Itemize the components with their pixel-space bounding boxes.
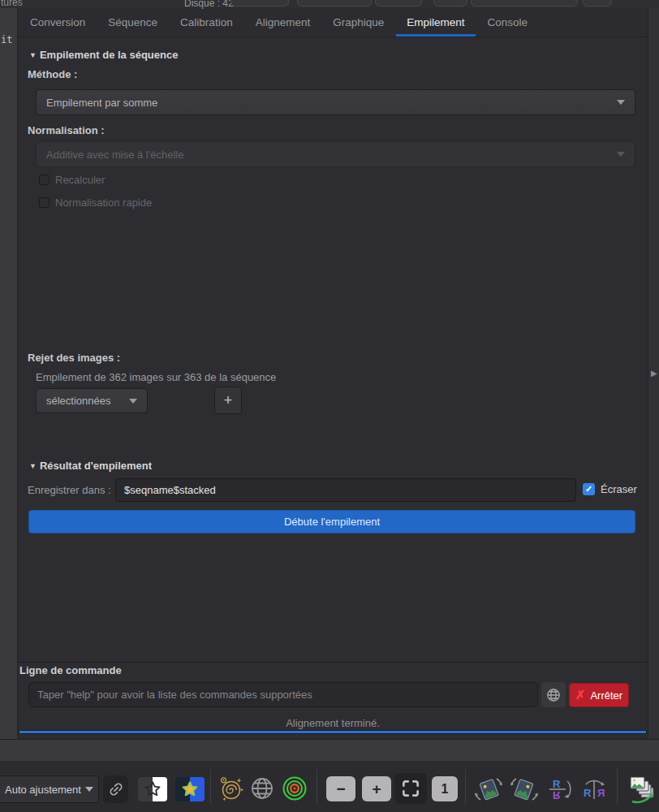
zoom-in-button[interactable]: + <box>362 776 391 801</box>
chevron-down-icon <box>617 100 625 105</box>
cut-directory-label: tures <box>1 0 23 8</box>
photometry-button[interactable] <box>280 774 309 803</box>
result-section-expander[interactable]: ▼ Résultat d'empilement <box>29 460 152 472</box>
toolbar-separator <box>465 769 466 805</box>
checkbox-checked-icon: ✓ <box>583 483 595 495</box>
plus-icon: + <box>372 780 381 798</box>
display-mode-value: Auto ajustement <box>0 784 85 796</box>
command-help-web-button[interactable] <box>541 682 566 707</box>
stacking-section-title: Empilement de la séquence <box>40 49 179 61</box>
command-input[interactable] <box>28 682 538 707</box>
command-line-title: Ligne de commande <box>19 664 122 676</box>
display-mode-combobox[interactable]: Auto ajustement <box>0 775 99 803</box>
rotate-cw-icon <box>509 775 540 804</box>
mirror-vertical-icon: R R <box>545 775 575 803</box>
tab-graphique[interactable]: Graphique <box>322 8 394 37</box>
recalculate-label: Recalculer <box>55 174 105 186</box>
method-label: Méthode : <box>28 68 77 80</box>
svg-text:R: R <box>553 778 561 790</box>
negative-star-icon <box>138 777 167 801</box>
globe-icon <box>545 687 562 703</box>
stop-x-icon: ✗ <box>575 688 586 702</box>
method-combobox[interactable]: Empilement par somme <box>36 89 635 115</box>
mirror-horizontal-icon: R Я <box>579 775 609 803</box>
expander-triangle-icon: ▼ <box>29 51 37 59</box>
overwrite-checkbox[interactable]: ✓ Écraser <box>583 483 637 495</box>
tab-sequence[interactable]: Séquence <box>97 8 168 37</box>
svg-text:R: R <box>584 787 592 799</box>
start-stacking-button[interactable]: Débute l'empilement <box>28 510 635 533</box>
rotate-right-button[interactable] <box>508 774 541 805</box>
siril-window: tures Disque : 421.1 Gio it ▶ Conversion… <box>0 0 659 812</box>
method-value: Empilement par somme <box>37 97 617 109</box>
one-to-one-icon: 1 <box>441 782 449 797</box>
stop-label: Arrêter <box>590 689 622 702</box>
fit-view-icon <box>400 778 421 799</box>
normalisation-combobox[interactable]: Additive avec mise à l'échelle <box>36 141 635 167</box>
svg-text:R: R <box>553 789 561 801</box>
globe-wireframe-icon <box>248 775 276 802</box>
tab-empilement[interactable]: Empilement <box>396 8 475 37</box>
plus-icon: + <box>224 392 233 409</box>
minus-icon: − <box>336 780 345 798</box>
stacking-section-expander[interactable]: ▼ Empilement de la séquence <box>29 49 178 61</box>
tab-alignement[interactable]: Alignement <box>245 8 321 37</box>
add-rejection-button[interactable]: + <box>214 387 242 414</box>
save-as-label: Enregistrer dans : <box>28 484 111 496</box>
rejection-info: Empilement de 362 images sur 363 de la s… <box>36 371 276 383</box>
status-text: Alignement terminé. <box>18 717 648 729</box>
tab-console[interactable]: Console <box>477 8 539 37</box>
false-color-view-button[interactable] <box>175 777 205 801</box>
svg-text:Я: Я <box>597 787 605 799</box>
image-selection-value: sélectionnées <box>37 395 129 407</box>
tab-calibration[interactable]: Calibration <box>170 8 243 37</box>
annotations-button[interactable] <box>248 774 277 803</box>
overwrite-label: Écraser <box>601 483 637 495</box>
photometry-target-icon <box>280 774 309 803</box>
flip-vertical-button[interactable]: R R <box>544 774 576 805</box>
bottom-band <box>0 739 659 761</box>
cut-button[interactable] <box>471 0 578 6</box>
sequence-list-button[interactable] <box>623 772 657 806</box>
stop-button[interactable]: ✗ Arrêter <box>569 683 629 707</box>
zoom-one-button[interactable]: 1 <box>432 776 458 801</box>
top-strip: tures Disque : 421.1 Gio <box>0 0 659 8</box>
right-panel-edge: ▶ <box>648 8 659 739</box>
link-channels-button[interactable] <box>103 775 128 803</box>
toolbar-separator <box>617 769 618 805</box>
recalculate-checkbox[interactable]: Recalculer <box>39 174 105 186</box>
cut-button[interactable] <box>297 0 372 6</box>
flip-horizontal-button[interactable]: R Я <box>578 774 610 805</box>
negative-view-button[interactable] <box>138 777 167 801</box>
rotate-left-button[interactable] <box>472 774 505 805</box>
zoom-out-button[interactable]: − <box>326 776 355 801</box>
cut-button[interactable] <box>583 0 612 6</box>
cut-button[interactable] <box>433 0 467 6</box>
zoom-fit-button[interactable] <box>394 773 427 804</box>
image-selection-combobox[interactable]: sélectionnées <box>36 388 148 413</box>
bottom-toolbar: Auto ajustement <box>0 761 659 812</box>
left-console-edge: it <box>0 8 18 739</box>
divider <box>18 662 648 663</box>
galaxy-astrometry-icon <box>217 775 244 802</box>
toolbar-separator <box>210 769 211 805</box>
link-icon <box>104 778 127 801</box>
chevron-down-icon <box>85 787 93 792</box>
expander-triangle-icon: ▼ <box>29 462 37 470</box>
astrometry-button[interactable] <box>216 774 245 803</box>
tab-conversion[interactable]: Conversion <box>19 8 96 37</box>
cut-button[interactable] <box>375 0 422 6</box>
cut-button[interactable] <box>230 0 289 6</box>
progress-fill <box>19 731 646 733</box>
rotate-ccw-icon <box>473 775 504 804</box>
fast-normalisation-label: Normalisation rapide <box>55 197 152 209</box>
console-text-fragment: it <box>1 34 12 45</box>
start-stacking-label: Débute l'empilement <box>284 516 380 528</box>
panel-reveal-arrow-icon[interactable]: ▶ <box>651 369 657 378</box>
output-filename-input[interactable] <box>115 478 576 502</box>
toolbar-separator <box>317 769 317 805</box>
fast-normalisation-checkbox[interactable]: Normalisation rapide <box>39 197 152 209</box>
result-section-title: Résultat d'empilement <box>40 460 152 472</box>
image-stack-icon <box>624 773 657 806</box>
rejection-label: Rejet des images : <box>28 352 120 364</box>
